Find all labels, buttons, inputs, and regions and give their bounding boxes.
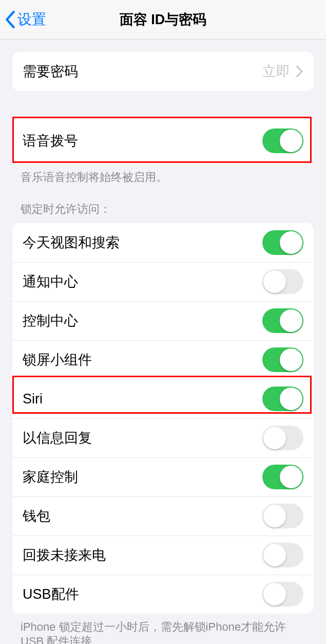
voice-dial-group: 语音拨号: [12, 118, 314, 164]
back-button[interactable]: 设置: [5, 10, 46, 29]
wallet-row: 钱包: [12, 496, 314, 536]
nav-title: 面容 ID与密码: [120, 10, 207, 29]
lock-widgets-toggle[interactable]: [262, 347, 303, 372]
wallet-label: 钱包: [23, 507, 50, 525]
reply-message-row: 以信息回复: [12, 418, 314, 457]
chevron-left-icon: [5, 11, 15, 28]
require-passcode-row[interactable]: 需要密码 立即: [12, 52, 314, 91]
lock-widgets-label: 锁屏小组件: [23, 351, 92, 369]
callback-missed-toggle[interactable]: [262, 543, 303, 567]
siri-label: Siri: [23, 391, 43, 407]
notification-center-toggle[interactable]: [262, 269, 303, 294]
notification-center-label: 通知中心: [23, 272, 78, 291]
nav-bar: 设置 面容 ID与密码: [0, 0, 326, 40]
wallet-toggle[interactable]: [262, 504, 303, 528]
usb-accessories-toggle[interactable]: [262, 582, 303, 606]
today-view-row: 今天视图和搜索: [12, 223, 314, 262]
require-passcode-value: 立即: [262, 62, 290, 81]
home-control-row: 家庭控制: [12, 457, 314, 496]
reply-message-toggle[interactable]: [262, 426, 303, 450]
home-control-toggle[interactable]: [262, 465, 303, 489]
passcode-group: 需要密码 立即: [12, 52, 314, 91]
control-center-label: 控制中心: [23, 311, 78, 330]
siri-toggle[interactable]: [262, 387, 303, 411]
callback-missed-label: 回拨未接来电: [23, 546, 106, 564]
control-center-row: 控制中心: [12, 301, 314, 340]
today-view-label: 今天视图和搜索: [23, 233, 120, 252]
callback-missed-row: 回拨未接来电: [12, 536, 314, 575]
lock-access-group: 今天视图和搜索通知中心控制中心锁屏小组件Siri以信息回复家庭控制钱包回拨未接来…: [12, 223, 314, 614]
back-label: 设置: [17, 10, 46, 29]
reply-message-label: 以信息回复: [23, 429, 92, 447]
voice-dial-toggle[interactable]: [262, 128, 303, 153]
lock-access-footer: iPhone 锁定超过一小时后，需先解锁iPhone才能允许USB 配件连接。: [0, 614, 326, 644]
lock-access-header: 锁定时允许访问：: [0, 185, 326, 223]
lock-widgets-row: 锁屏小组件: [12, 340, 314, 379]
home-control-label: 家庭控制: [23, 468, 78, 486]
notification-center-row: 通知中心: [12, 262, 314, 301]
siri-row: Siri: [12, 379, 314, 418]
chevron-right-icon: [296, 66, 303, 77]
voice-dial-footer: 音乐语音控制将始终被启用。: [0, 164, 326, 185]
voice-dial-row: 语音拨号: [12, 118, 314, 164]
control-center-toggle[interactable]: [262, 308, 303, 333]
usb-accessories-row: USB配件: [12, 575, 314, 614]
usb-accessories-label: USB配件: [23, 585, 79, 603]
require-passcode-label: 需要密码: [23, 62, 78, 81]
voice-dial-label: 语音拨号: [23, 132, 78, 150]
today-view-toggle[interactable]: [262, 230, 303, 255]
